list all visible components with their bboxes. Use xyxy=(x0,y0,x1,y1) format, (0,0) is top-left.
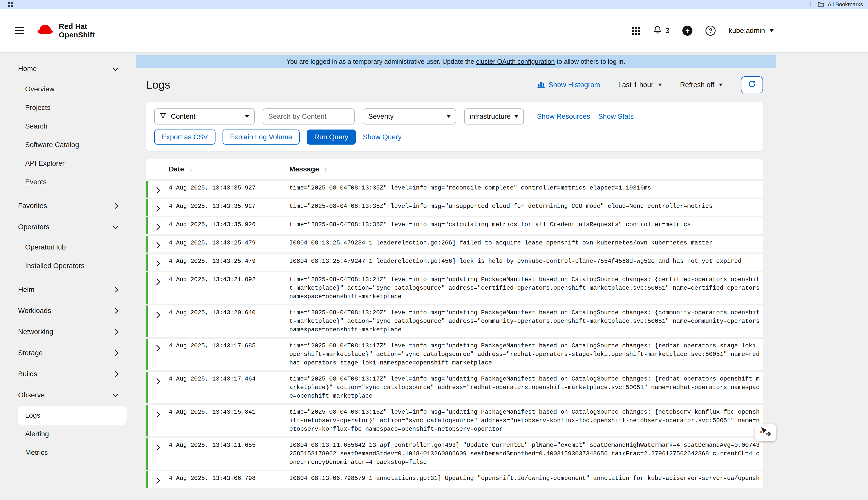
run-query-button[interactable]: Run Query xyxy=(307,129,356,145)
all-bookmarks-label[interactable]: All Bookmarks xyxy=(827,1,863,8)
sort-toggle-icon[interactable]: ↕ xyxy=(324,166,327,173)
expand-row-chevron-icon[interactable] xyxy=(153,239,169,250)
expand-row-chevron-icon[interactable] xyxy=(153,275,169,301)
log-message: time="2025-08-04T08:13:35Z" level=info m… xyxy=(289,184,760,194)
banner-text-after: to allow others to log in. xyxy=(555,58,625,65)
page-title: Logs xyxy=(146,79,170,91)
severity-filter-select[interactable]: Severity xyxy=(363,109,456,125)
floating-action-button[interactable] xyxy=(755,424,776,441)
sort-descending-icon[interactable]: ↓ xyxy=(189,165,193,173)
log-message: I0804 08:13:06.798579 1 annotations.go:3… xyxy=(289,474,760,485)
notifications-button[interactable]: 3 xyxy=(653,25,670,36)
redhat-openshift-logo: Red Hat OpenShift xyxy=(36,22,95,39)
log-row[interactable]: 4 Aug 2025, 13:43:06.798 I0804 08:13:06.… xyxy=(146,471,763,488)
time-range-select[interactable]: Last 1 hour xyxy=(618,81,662,89)
quick-create-icon[interactable]: + xyxy=(682,26,692,36)
sidebar-item-projects[interactable]: Projects xyxy=(18,99,126,117)
expand-row-chevron-icon[interactable] xyxy=(153,220,169,231)
sidebar-item-installed-operators[interactable]: Installed Operators xyxy=(18,257,126,275)
cursor-arrow-icon xyxy=(759,427,772,439)
log-message: time="2025-08-04T08:13:20Z" level=info m… xyxy=(289,308,760,334)
expand-row-chevron-icon[interactable] xyxy=(153,202,169,213)
help-icon[interactable]: ? xyxy=(705,26,715,36)
expand-row-chevron-icon[interactable] xyxy=(153,408,169,433)
log-row[interactable]: 4 Aug 2025, 13:43:35.927 time="2025-08-0… xyxy=(146,199,763,216)
temporary-admin-banner: You are logged in as a temporary adminis… xyxy=(136,55,776,68)
log-date: 4 Aug 2025, 13:43:17.685 xyxy=(169,342,289,367)
chevron-down-icon xyxy=(113,391,119,397)
sidebar-group-storage[interactable]: Storage xyxy=(0,342,136,363)
expand-row-chevron-icon[interactable] xyxy=(153,342,169,367)
sidebar-group-builds[interactable]: Builds xyxy=(0,363,136,385)
message-column-header[interactable]: Message ↕ xyxy=(289,165,327,173)
expand-row-chevron-icon[interactable] xyxy=(153,375,169,400)
log-row[interactable]: 4 Aug 2025, 13:43:15.841 time="2025-08-0… xyxy=(146,405,763,436)
log-message: time="2025-08-04T08:13:15Z" level=info m… xyxy=(289,408,760,433)
nav-toggle-hamburger-icon[interactable] xyxy=(15,27,24,34)
refresh-button[interactable] xyxy=(741,76,763,93)
sidebar-item-operatorhub[interactable]: OperatorHub xyxy=(18,238,126,257)
explain-log-volume-button[interactable]: Explain Log Volume xyxy=(223,129,300,145)
sidebar-group-home[interactable]: Home xyxy=(0,58,136,79)
refresh-interval-select[interactable]: Refresh off xyxy=(680,81,723,89)
show-query-link[interactable]: Show Query xyxy=(363,133,402,141)
log-row[interactable]: 4 Aug 2025, 13:43:25.479 I0804 08:13:25.… xyxy=(146,236,763,252)
sidebar-item-overview[interactable]: Overview xyxy=(18,80,126,99)
sidebar-group-observe[interactable]: Observe xyxy=(0,385,136,406)
chevron-down-icon xyxy=(769,30,774,32)
sidebar-group-networking[interactable]: Networking xyxy=(0,321,136,342)
chevron-right-icon xyxy=(113,203,119,209)
log-row[interactable]: 4 Aug 2025, 13:43:20.640 time="2025-08-0… xyxy=(146,306,763,337)
expand-row-chevron-icon[interactable] xyxy=(153,474,169,485)
log-row[interactable]: 4 Aug 2025, 13:43:21.092 time="2025-08-0… xyxy=(146,272,763,304)
expand-row-chevron-icon[interactable] xyxy=(153,308,169,334)
date-column-header[interactable]: Date ↓ xyxy=(169,165,289,173)
log-row[interactable]: 4 Aug 2025, 13:43:17.685 time="2025-08-0… xyxy=(146,339,763,370)
brand-line-redhat: Red Hat xyxy=(59,22,95,31)
sidebar-group-operators[interactable]: Operators xyxy=(0,216,136,237)
show-stats-link[interactable]: Show Stats xyxy=(598,112,634,121)
chevron-right-icon xyxy=(113,308,119,314)
expand-row-chevron-icon[interactable] xyxy=(153,257,169,268)
sidebar-group-favorites[interactable]: Favorites xyxy=(0,195,136,216)
user-menu[interactable]: kube:admin xyxy=(728,26,774,35)
brand-line-openshift: OpenShift xyxy=(59,31,95,39)
sidebar-group-workloads[interactable]: Workloads xyxy=(0,300,136,321)
sidebar-item-logs[interactable]: Logs xyxy=(18,406,126,425)
log-date: 4 Aug 2025, 13:43:35.927 xyxy=(169,202,289,213)
log-message: time="2025-08-04T08:13:17Z" level=info m… xyxy=(289,375,760,400)
log-date: 4 Aug 2025, 13:43:25.479 xyxy=(169,257,289,268)
chevron-right-icon xyxy=(113,287,119,293)
log-row[interactable]: 4 Aug 2025, 13:43:17.464 time="2025-08-0… xyxy=(146,372,763,404)
tenant-select[interactable]: infrastructure xyxy=(464,109,524,125)
sidebar-group-helm[interactable]: Helm xyxy=(0,279,136,300)
attribute-filter-select[interactable]: Content xyxy=(154,109,255,125)
app-launcher-icon[interactable] xyxy=(632,26,640,35)
sidebar-item-software-catalog[interactable]: Software Catalog xyxy=(18,136,126,154)
export-csv-button[interactable]: Export as CSV xyxy=(154,129,215,145)
expand-row-chevron-icon[interactable] xyxy=(153,441,169,467)
log-row[interactable]: 4 Aug 2025, 13:43:11.655 I0804 08:13:11.… xyxy=(146,438,763,470)
log-row[interactable]: 4 Aug 2025, 13:43:35.926 time="2025-08-0… xyxy=(146,217,763,234)
log-date: 4 Aug 2025, 13:43:06.798 xyxy=(169,474,289,485)
log-date: 4 Aug 2025, 13:43:35.927 xyxy=(169,184,289,194)
search-input[interactable] xyxy=(263,109,355,125)
tab-groups-icon[interactable] xyxy=(8,2,13,7)
log-row[interactable]: 4 Aug 2025, 13:43:25.479 I0804 08:13:25.… xyxy=(146,254,763,271)
log-message: I0804 08:13:25.479247 1 leaderelection.g… xyxy=(289,257,760,268)
sidebar-item-metrics[interactable]: Metrics xyxy=(18,443,126,462)
sidebar-item-api-explorer[interactable]: API Explorer xyxy=(18,154,126,173)
sidebar-item-alerting[interactable]: Alerting xyxy=(18,425,126,443)
log-date: 4 Aug 2025, 13:43:21.092 xyxy=(169,275,289,301)
sidebar-item-events[interactable]: Events xyxy=(18,173,126,191)
cluster-oauth-configuration-link[interactable]: cluster OAuth configuration xyxy=(476,58,555,65)
log-date: 4 Aug 2025, 13:43:25.479 xyxy=(169,239,289,250)
expand-row-chevron-icon[interactable] xyxy=(153,184,169,194)
browser-bookmarks-bar: All Bookmarks xyxy=(0,0,868,9)
sidebar-item-search[interactable]: Search xyxy=(18,117,126,136)
notification-count-badge: 3 xyxy=(666,26,670,35)
show-histogram-button[interactable]: Show Histogram xyxy=(537,81,600,89)
username-label: kube:admin xyxy=(728,26,765,35)
show-resources-link[interactable]: Show Resources xyxy=(537,112,590,121)
log-row[interactable]: 4 Aug 2025, 13:43:35.927 time="2025-08-0… xyxy=(146,181,763,197)
